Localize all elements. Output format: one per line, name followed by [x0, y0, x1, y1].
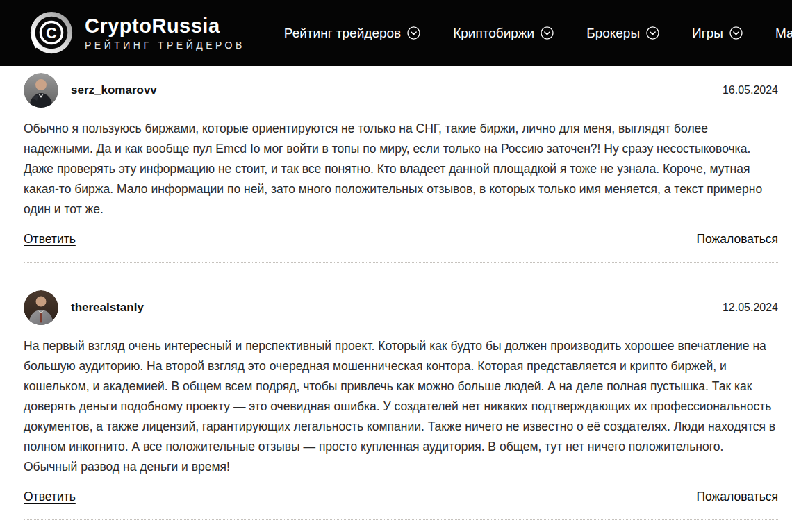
logo-text: CryptoRussia РЕЙТИНГ ТРЕЙДЕРОВ — [85, 15, 245, 51]
chevron-down-icon — [541, 26, 554, 40]
c-coin-icon: C — [26, 9, 75, 58]
comment-username: therealstanly — [71, 301, 144, 315]
comment-text: Обычно я пользуюсь биржами, которые орие… — [24, 119, 778, 219]
nav-item-brokers[interactable]: Брокеры — [586, 26, 659, 41]
site-logo[interactable]: C CryptoRussia РЕЙТИНГ ТРЕЙДЕРОВ — [26, 9, 245, 58]
report-link[interactable]: Пожаловаться — [696, 490, 778, 504]
comment-item: therealstanly 12.05.2024 На первый взгля… — [24, 263, 778, 520]
nav-item-label: Игры — [692, 26, 723, 41]
nav-item-crypto-exchanges[interactable]: Криптобиржи — [453, 26, 554, 41]
comment-header: therealstanly 12.05.2024 — [24, 290, 778, 325]
nav-item-rating-traders[interactable]: Рейтинг трейдеров — [284, 26, 420, 41]
chevron-down-icon — [729, 26, 743, 40]
avatar — [24, 290, 58, 325]
comments-section: serz_komarovv 16.05.2024 Обычно я пользу… — [0, 66, 792, 520]
reply-link[interactable]: Ответить — [24, 490, 76, 504]
nav-item-label: Криптобиржи — [453, 26, 534, 41]
avatar — [24, 73, 58, 108]
chevron-down-icon — [407, 26, 420, 40]
nav-item-games[interactable]: Игры — [692, 26, 743, 41]
main-nav: Рейтинг трейдеров Криптобиржи Брокеры Иг… — [284, 26, 792, 41]
comment-divider — [24, 519, 778, 520]
chevron-down-icon — [646, 26, 659, 40]
comment-text: На первый взгляд очень интересный и перс… — [24, 336, 778, 477]
nav-item-mining[interactable]: Майнинг — [775, 26, 792, 41]
reply-link[interactable]: Ответить — [24, 232, 76, 247]
comment-actions: Ответить Пожаловаться — [24, 490, 778, 504]
logo-subtitle: РЕЙТИНГ ТРЕЙДЕРОВ — [85, 40, 245, 51]
site-header: C CryptoRussia РЕЙТИНГ ТРЕЙДЕРОВ Рейтинг… — [0, 0, 792, 66]
nav-item-label: Майнинг — [775, 26, 792, 41]
report-link[interactable]: Пожаловаться — [696, 232, 778, 247]
comment-header: serz_komarovv 16.05.2024 — [24, 73, 778, 108]
logo-title: CryptoRussia — [85, 15, 245, 38]
svg-text:C: C — [46, 24, 56, 41]
nav-item-label: Рейтинг трейдеров — [284, 26, 401, 41]
comment-date: 12.05.2024 — [723, 301, 778, 314]
comment-date: 16.05.2024 — [723, 84, 778, 97]
nav-item-label: Брокеры — [586, 26, 640, 41]
comment-actions: Ответить Пожаловаться — [24, 232, 778, 247]
comment-item: serz_komarovv 16.05.2024 Обычно я пользу… — [24, 66, 778, 263]
comment-username: serz_komarovv — [71, 83, 157, 97]
